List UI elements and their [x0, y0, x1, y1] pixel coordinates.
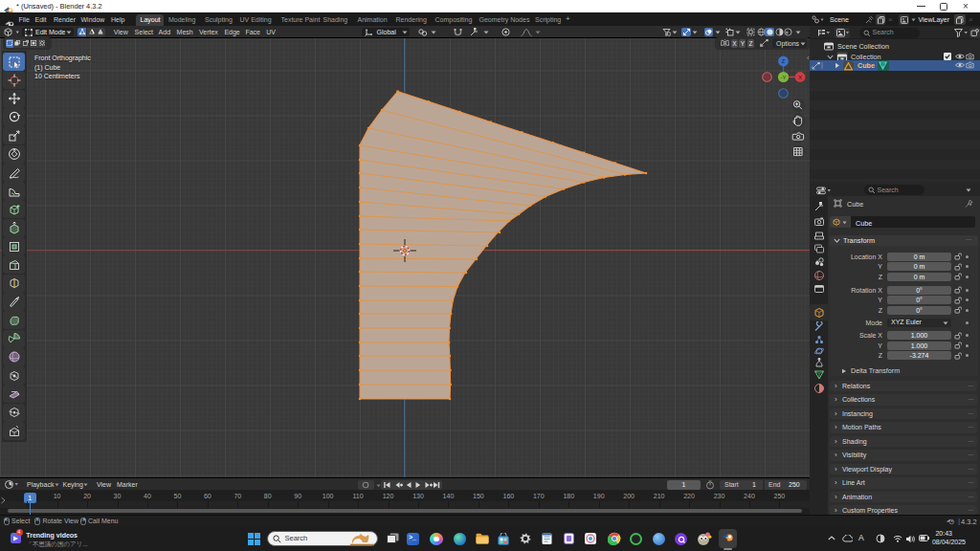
svg-text:Z: Z — [782, 57, 786, 64]
svg-text:X: X — [798, 74, 802, 80]
svg-text:-Y: -Y — [781, 75, 787, 80]
